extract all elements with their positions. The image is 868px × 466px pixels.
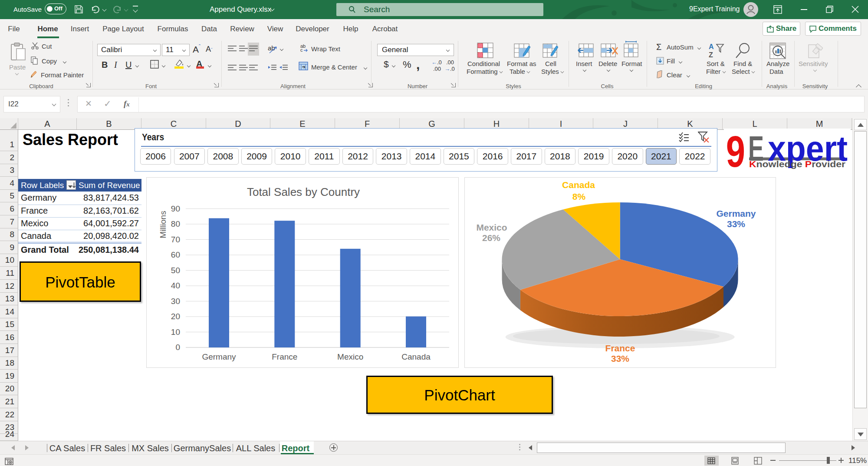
- svg-text:60: 60: [171, 250, 180, 259]
- svg-text:33%: 33%: [611, 354, 629, 364]
- svg-text:Knowledge Provider: Knowledge Provider: [749, 159, 845, 169]
- svg-text:90: 90: [171, 204, 180, 213]
- svg-text:8%: 8%: [572, 192, 586, 202]
- svg-text:France: France: [272, 352, 297, 361]
- svg-text:33%: 33%: [727, 219, 745, 229]
- svg-text:c: c: [300, 47, 303, 52]
- svg-text:Mexico: Mexico: [337, 352, 363, 361]
- svg-text:Germany: Germany: [716, 208, 756, 218]
- svg-text:Mexico: Mexico: [476, 222, 507, 232]
- svg-text:Total Sales by Country: Total Sales by Country: [247, 185, 360, 198]
- svg-text:20: 20: [171, 312, 180, 321]
- svg-text:10: 10: [171, 327, 180, 337]
- svg-text:Millions: Millions: [158, 211, 168, 238]
- svg-text:50: 50: [171, 266, 180, 275]
- svg-text:30: 30: [171, 297, 180, 306]
- svg-text:40: 40: [171, 281, 180, 290]
- svg-text:Z: Z: [709, 51, 713, 59]
- svg-text:A: A: [709, 43, 714, 50]
- svg-text:80: 80: [171, 219, 180, 228]
- svg-text:70: 70: [171, 235, 180, 244]
- svg-text:Canada: Canada: [401, 352, 431, 361]
- svg-text:France: France: [605, 343, 635, 353]
- svg-text:ab: ab: [268, 44, 275, 52]
- svg-text:9: 9: [726, 129, 745, 172]
- svg-text:26%: 26%: [482, 233, 500, 243]
- svg-text:0: 0: [175, 343, 180, 352]
- svg-text:Canada: Canada: [562, 180, 595, 190]
- svg-text:Germany: Germany: [202, 352, 236, 361]
